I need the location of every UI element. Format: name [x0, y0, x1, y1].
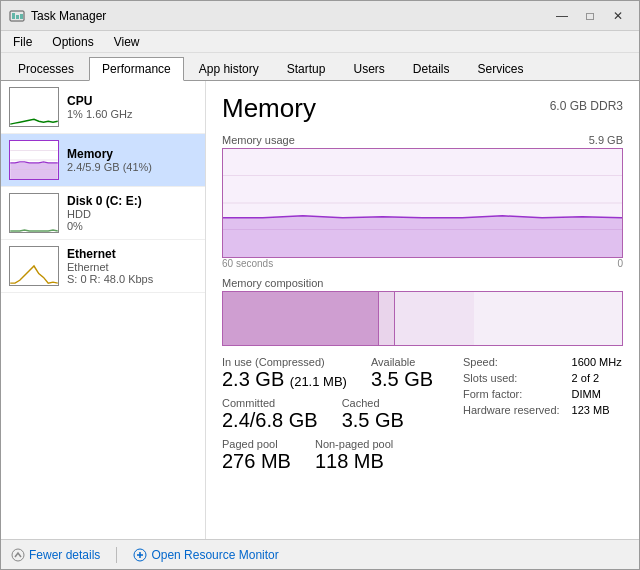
svg-point-17: [12, 549, 24, 561]
close-button[interactable]: ✕: [605, 6, 631, 26]
disk-label: Disk 0 (C: E:): [67, 194, 197, 208]
committed-stat: Committed 2.4/6.8 GB: [222, 397, 318, 432]
ethernet-thumbnail: [9, 246, 59, 286]
in-use-sub: (21.1 MB): [290, 374, 347, 389]
composition-bar: [222, 291, 623, 346]
chart-label: Memory usage 5.9 GB: [222, 134, 623, 146]
speed-value: 1600 MHz: [572, 356, 623, 368]
sidebar-item-disk[interactable]: Disk 0 (C: E:) HDD 0%: [1, 187, 205, 240]
time-right: 0: [617, 258, 623, 269]
nonpaged-label: Non-paged pool: [315, 438, 393, 450]
fewer-details-label: Fewer details: [29, 548, 100, 562]
main-content: CPU 1% 1.60 GHz: [1, 81, 639, 539]
app-icon: [9, 8, 25, 24]
composition-section: Memory composition: [222, 277, 623, 346]
cpu-label: CPU: [67, 94, 197, 108]
tab-details[interactable]: Details: [400, 56, 463, 80]
disk-usage: 0%: [67, 220, 197, 232]
detail-panel: Memory 6.0 GB DDR3 Memory usage 5.9 GB: [206, 81, 639, 539]
minimize-button[interactable]: —: [549, 6, 575, 26]
composition-label: Memory composition: [222, 277, 623, 289]
chart-max: 5.9 GB: [589, 134, 623, 146]
cpu-usage: 1% 1.60 GHz: [67, 108, 197, 120]
menu-options[interactable]: Options: [44, 33, 101, 51]
stats-right: Speed: 1600 MHz Slots used: 2 of 2 Form …: [463, 356, 623, 477]
ethernet-sub: Ethernet: [67, 261, 197, 273]
sidebar-item-ethernet[interactable]: Ethernet Ethernet S: 0 R: 48.0 Kbps: [1, 240, 205, 293]
chevron-up-icon: [11, 548, 25, 562]
stats-left: In use (Compressed) 2.3 GB (21.1 MB) Ava…: [222, 356, 447, 477]
tab-app-history[interactable]: App history: [186, 56, 272, 80]
memory-thumbnail: [9, 140, 59, 180]
comp-modified: [379, 292, 395, 345]
in-use-value: 2.3 GB (21.1 MB): [222, 368, 347, 391]
slots-value: 2 of 2: [572, 372, 623, 384]
detail-title: Memory: [222, 93, 316, 124]
svg-rect-4: [10, 88, 58, 126]
memory-chart: [222, 148, 623, 258]
tab-processes[interactable]: Processes: [5, 56, 87, 80]
hw-label: Hardware reserved:: [463, 404, 560, 416]
paged-stat: Paged pool 276 MB: [222, 438, 291, 473]
available-stat: Available 3.5 GB: [371, 356, 433, 391]
stats-row-3: Paged pool 276 MB Non-paged pool 118 MB: [222, 438, 447, 473]
ethernet-info: Ethernet Ethernet S: 0 R: 48.0 Kbps: [67, 247, 197, 285]
sidebar-item-cpu[interactable]: CPU 1% 1.60 GHz: [1, 81, 205, 134]
tab-performance[interactable]: Performance: [89, 57, 184, 81]
available-label: Available: [371, 356, 433, 368]
footer-divider: [116, 547, 117, 563]
time-left: 60 seconds: [222, 258, 273, 269]
stats-row-2: Committed 2.4/6.8 GB Cached 3.5 GB: [222, 397, 447, 432]
svg-rect-10: [10, 194, 58, 232]
stats-area: In use (Compressed) 2.3 GB (21.1 MB) Ava…: [222, 356, 623, 477]
footer-bar: Fewer details Open Resource Monitor: [1, 539, 639, 569]
paged-value: 276 MB: [222, 450, 291, 473]
disk-thumbnail: [9, 193, 59, 233]
hw-value: 123 MB: [572, 404, 623, 416]
open-monitor-label: Open Resource Monitor: [151, 548, 278, 562]
memory-usage: 2.4/5.9 GB (41%): [67, 161, 197, 173]
nonpaged-value: 118 MB: [315, 450, 393, 473]
fewer-details-link[interactable]: Fewer details: [11, 548, 100, 562]
svg-rect-3: [20, 14, 23, 19]
sidebar-item-memory[interactable]: Memory 2.4/5.9 GB (41%): [1, 134, 205, 187]
svg-rect-2: [16, 15, 19, 19]
comp-in-use: [223, 292, 379, 345]
menu-bar: File Options View: [1, 31, 639, 53]
slots-label: Slots used:: [463, 372, 560, 384]
nonpaged-stat: Non-paged pool 118 MB: [315, 438, 393, 473]
detail-header: Memory 6.0 GB DDR3: [222, 93, 623, 124]
detail-spec: 6.0 GB DDR3: [550, 99, 623, 113]
form-value: DIMM: [572, 388, 623, 400]
maximize-button[interactable]: □: [577, 6, 603, 26]
window-title: Task Manager: [31, 9, 106, 23]
tab-services[interactable]: Services: [465, 56, 537, 80]
sidebar: CPU 1% 1.60 GHz: [1, 81, 206, 539]
disk-type: HDD: [67, 208, 197, 220]
available-value: 3.5 GB: [371, 368, 433, 391]
svg-rect-1: [12, 13, 15, 19]
speed-label: Speed:: [463, 356, 560, 368]
tab-users[interactable]: Users: [340, 56, 397, 80]
cached-stat: Cached 3.5 GB: [342, 397, 404, 432]
title-bar-left: Task Manager: [9, 8, 106, 24]
menu-file[interactable]: File: [5, 33, 40, 51]
committed-value: 2.4/6.8 GB: [222, 409, 318, 432]
disk-info: Disk 0 (C: E:) HDD 0%: [67, 194, 197, 232]
svg-marker-16: [223, 216, 622, 257]
memory-info: Memory 2.4/5.9 GB (41%): [67, 147, 197, 173]
ethernet-speed: S: 0 R: 48.0 Kbps: [67, 273, 197, 285]
tab-bar: Processes Performance App history Startu…: [1, 53, 639, 81]
in-use-stat: In use (Compressed) 2.3 GB (21.1 MB): [222, 356, 347, 391]
memory-usage-chart-section: Memory usage 5.9 GB: [222, 134, 623, 269]
tab-startup[interactable]: Startup: [274, 56, 339, 80]
title-bar: Task Manager — □ ✕: [1, 1, 639, 31]
monitor-icon: [133, 548, 147, 562]
paged-label: Paged pool: [222, 438, 291, 450]
in-use-gb: 2.3 GB: [222, 368, 284, 390]
title-controls: — □ ✕: [549, 6, 631, 26]
svg-rect-6: [10, 163, 58, 179]
open-monitor-link[interactable]: Open Resource Monitor: [133, 548, 278, 562]
in-use-label: In use (Compressed): [222, 356, 347, 368]
menu-view[interactable]: View: [106, 33, 148, 51]
